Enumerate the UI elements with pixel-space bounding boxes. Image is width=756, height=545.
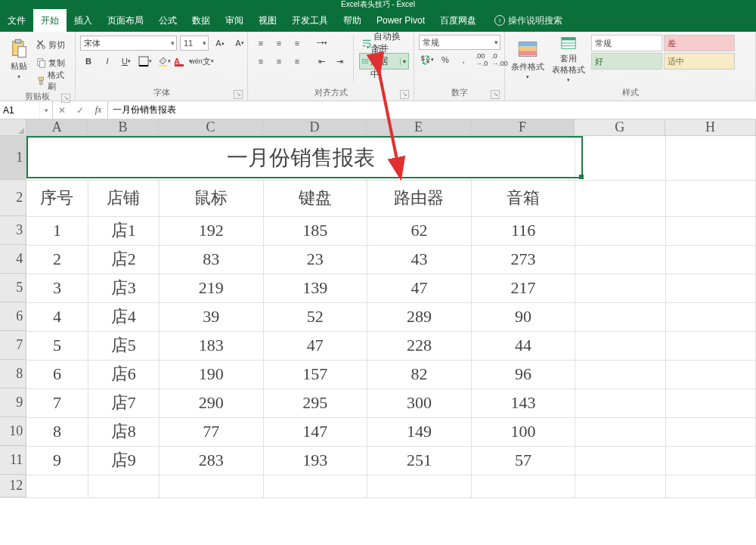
- cellstyle-bad[interactable]: 差: [664, 35, 735, 51]
- row-header[interactable]: 12: [0, 475, 26, 497]
- cell[interactable]: 序号: [26, 180, 88, 216]
- cell[interactable]: [665, 331, 755, 360]
- cell[interactable]: 62: [367, 216, 472, 245]
- tab-file[interactable]: 文件: [0, 9, 33, 32]
- tab-help[interactable]: 帮助: [336, 9, 369, 32]
- cell[interactable]: 219: [159, 274, 263, 302]
- align-right-button[interactable]: ≡: [289, 54, 305, 69]
- cell[interactable]: 147: [263, 417, 367, 446]
- cell[interactable]: [575, 417, 665, 446]
- cell[interactable]: 116: [471, 216, 575, 245]
- cell[interactable]: 鼠标: [159, 180, 263, 216]
- tab-data[interactable]: 数据: [184, 9, 218, 32]
- cell[interactable]: 47: [367, 274, 472, 302]
- cell[interactable]: [575, 136, 665, 180]
- row-header[interactable]: 3: [0, 216, 26, 245]
- align-top-button[interactable]: ≡: [253, 36, 269, 51]
- cell[interactable]: [575, 216, 665, 245]
- cell[interactable]: [26, 475, 88, 497]
- comma-button[interactable]: ,: [455, 52, 472, 67]
- row-header[interactable]: 1: [0, 136, 26, 180]
- tab-formulas[interactable]: 公式: [151, 9, 184, 32]
- conditional-format-button[interactable]: 条件格式▾: [510, 35, 546, 83]
- chevron-down-icon[interactable]: ▾: [400, 58, 406, 65]
- cell[interactable]: 一月份销售报表: [26, 136, 575, 180]
- cell[interactable]: 6: [26, 360, 88, 389]
- orientation-button[interactable]: ⭢▾: [313, 36, 330, 51]
- cell[interactable]: 店3: [88, 274, 159, 302]
- font-size-combo[interactable]: 11: [180, 36, 209, 51]
- cell[interactable]: 键盘: [263, 180, 367, 216]
- cell[interactable]: 4: [26, 302, 88, 331]
- column-header[interactable]: F: [471, 119, 575, 135]
- cell[interactable]: [575, 389, 665, 417]
- cell[interactable]: [665, 475, 755, 497]
- cell[interactable]: [665, 389, 755, 417]
- cell[interactable]: [575, 302, 665, 331]
- cellstyle-normal[interactable]: 常规: [591, 35, 662, 51]
- formula-input[interactable]: [108, 101, 756, 119]
- column-header[interactable]: D: [263, 119, 367, 135]
- cell[interactable]: 83: [159, 245, 263, 274]
- column-header[interactable]: C: [159, 119, 263, 135]
- decrease-indent-button[interactable]: ⇤: [313, 54, 330, 69]
- dialog-launcher-icon[interactable]: ↘: [234, 90, 243, 99]
- column-header[interactable]: E: [367, 119, 471, 135]
- cell[interactable]: 300: [367, 389, 472, 417]
- row-header[interactable]: 5: [0, 274, 26, 302]
- table-format-button[interactable]: 套用 表格格式▾: [550, 35, 587, 83]
- cell[interactable]: 店8: [88, 417, 159, 446]
- tab-view[interactable]: 视图: [251, 9, 284, 32]
- cell[interactable]: 185: [263, 216, 367, 245]
- cell[interactable]: 290: [159, 389, 263, 417]
- bold-button[interactable]: B: [80, 54, 97, 69]
- cell[interactable]: 100: [471, 417, 575, 446]
- dialog-launcher-icon[interactable]: ↘: [491, 90, 500, 99]
- copy-button[interactable]: 复制: [36, 54, 70, 71]
- cellstyle-good[interactable]: 好: [591, 53, 662, 70]
- cell[interactable]: [665, 180, 755, 216]
- phonetic-button[interactable]: wén文▾: [194, 54, 210, 69]
- cell[interactable]: 283: [159, 446, 263, 475]
- cell[interactable]: [665, 216, 755, 245]
- cell[interactable]: 店1: [88, 216, 159, 245]
- cell[interactable]: 289: [367, 302, 472, 331]
- row-header[interactable]: 7: [0, 331, 26, 360]
- cell[interactable]: 店铺: [88, 180, 159, 216]
- cellstyle-mid[interactable]: 适中: [664, 53, 735, 70]
- decrease-font-button[interactable]: A▾: [231, 36, 248, 51]
- cell[interactable]: 3: [26, 274, 88, 302]
- cell[interactable]: [263, 475, 367, 497]
- cell[interactable]: 157: [263, 360, 367, 389]
- cell[interactable]: 90: [471, 302, 575, 331]
- cell[interactable]: 店4: [88, 302, 159, 331]
- cell[interactable]: 273: [471, 245, 575, 274]
- enter-formula-button[interactable]: ✓: [71, 105, 89, 116]
- tab-dev[interactable]: 开发工具: [284, 9, 336, 32]
- cell[interactable]: 39: [159, 302, 263, 331]
- cell[interactable]: 5: [26, 331, 88, 360]
- row-header[interactable]: 9: [0, 389, 26, 417]
- cell[interactable]: [575, 360, 665, 389]
- cell[interactable]: 9: [26, 446, 88, 475]
- cell[interactable]: [575, 274, 665, 302]
- tell-me[interactable]: ♀ 操作说明搜索: [494, 9, 562, 32]
- cell[interactable]: 店2: [88, 245, 159, 274]
- cell[interactable]: 149: [367, 417, 472, 446]
- cell[interactable]: [665, 302, 755, 331]
- cell[interactable]: 52: [263, 302, 367, 331]
- cell[interactable]: [575, 245, 665, 274]
- merge-center-button[interactable]: 合并后居中 ▾: [359, 53, 409, 70]
- cell[interactable]: [367, 475, 472, 497]
- cell[interactable]: 2: [26, 245, 88, 274]
- align-center-button[interactable]: ≡: [271, 54, 287, 69]
- cell[interactable]: 190: [159, 360, 263, 389]
- cell[interactable]: 8: [26, 417, 88, 446]
- cell[interactable]: 57: [471, 446, 575, 475]
- cell[interactable]: 音箱: [471, 180, 575, 216]
- underline-button[interactable]: U▾: [118, 54, 135, 69]
- increase-font-button[interactable]: A▴: [212, 36, 228, 51]
- cell[interactable]: 43: [367, 245, 472, 274]
- cell[interactable]: 44: [471, 331, 575, 360]
- cell[interactable]: [665, 446, 755, 475]
